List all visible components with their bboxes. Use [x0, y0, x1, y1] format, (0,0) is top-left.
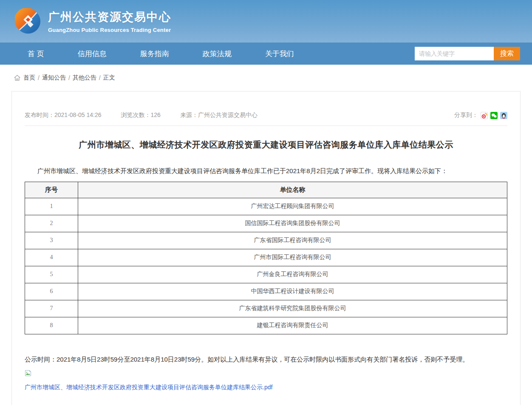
nav-item-home[interactable]: 首 页	[28, 49, 44, 59]
table-row: 7 广东省建筑科学研究院集团股份有限公司	[25, 300, 507, 317]
site-logo	[15, 8, 41, 34]
nav-item-credit-info[interactable]: 信用信息	[78, 49, 107, 59]
table-row: 8 建银工程咨询有限责任公司	[25, 317, 507, 334]
site-header: 广州公共资源交易中心 GuangZhou Public Resources Tr…	[0, 0, 532, 43]
article-meta: 发布时间：2021-08-05 14:26 浏览次数：126 来源：广州公共资源…	[25, 91, 507, 119]
breadcrumb: 首页 / 通知公告 / 其他公告 / 正文	[0, 65, 532, 91]
broken-image-icon	[25, 370, 507, 378]
table-row: 5 广州金良工程咨询有限公司	[25, 266, 507, 283]
breadcrumb-separator: /	[68, 74, 70, 81]
site-title: 广州公共资源交易中心	[48, 9, 171, 25]
row-no: 8	[25, 317, 78, 334]
row-no: 2	[25, 215, 78, 232]
attachment-pdf-link[interactable]: 广州市增城区、增城经济技术开发区政府投资重大建设项目评估咨询服务单位建库结果公示…	[25, 384, 272, 391]
row-no: 5	[25, 266, 78, 283]
site-subtitle: GuangZhou Public Resources Trading Cente…	[48, 27, 171, 33]
search-button[interactable]: 搜索	[494, 47, 520, 60]
search-input[interactable]	[415, 47, 494, 60]
row-name: 建银工程咨询有限责任公司	[78, 317, 507, 334]
share-bar: 分享到：	[454, 111, 507, 119]
logo-icon	[15, 8, 41, 34]
main-nav: 首 页 信用信息 服务指南 政策法规 关于我们 搜索	[0, 43, 532, 65]
article-card: 发布时间：2021-08-05 14:26 浏览次数：126 来源：广州公共资源…	[11, 91, 521, 405]
breadcrumb-notices[interactable]: 通知公告	[42, 74, 66, 82]
row-name: 广东省国际工程咨询有限公司	[78, 232, 507, 249]
row-name: 国信国际工程咨询集团股份有限公司	[78, 215, 507, 232]
table-row: 6 中国华西工程设计建设有限公司	[25, 283, 507, 300]
breadcrumb-other-notices[interactable]: 其他公告	[73, 74, 96, 82]
qq-icon[interactable]	[500, 112, 507, 119]
nav-item-policies[interactable]: 政策法规	[203, 49, 232, 59]
table-row: 2 国信国际工程咨询集团股份有限公司	[25, 215, 507, 232]
brand-block: 广州公共资源交易中心 GuangZhou Public Resources Tr…	[48, 9, 171, 33]
nav-items: 首 页 信用信息 服务指南 政策法规 关于我们	[28, 49, 328, 59]
column-header-name: 单位名称	[78, 182, 507, 198]
row-no: 4	[25, 249, 78, 266]
row-name: 中国华西工程设计建设有限公司	[78, 283, 507, 300]
nav-item-about-us[interactable]: 关于我们	[265, 49, 294, 59]
row-no: 7	[25, 300, 78, 317]
breadcrumb-separator: /	[38, 74, 40, 81]
article-title: 广州市增城区、增城经济技术开发区政府投资重大建设项目评估咨询服务单位库入库单位结…	[25, 139, 507, 151]
article-source: 来源：广州公共资源交易中心	[180, 111, 258, 119]
home-icon	[14, 75, 20, 81]
row-name: 广州宏达工程顾问集团有限公司	[78, 198, 507, 215]
row-name: 广州金良工程咨询有限公司	[78, 266, 507, 283]
search-box: 搜索	[415, 47, 520, 60]
weibo-icon[interactable]	[481, 112, 488, 119]
view-count: 浏览次数：126	[121, 111, 161, 119]
row-name: 广州市国际工程咨询有限公司	[78, 249, 507, 266]
table-row: 4 广州市国际工程咨询有限公司	[25, 249, 507, 266]
table-row: 3 广东省国际工程咨询有限公司	[25, 232, 507, 249]
meta-divider	[25, 125, 507, 126]
row-no: 6	[25, 283, 78, 300]
row-no: 3	[25, 232, 78, 249]
table-header-row: 序号 单位名称	[25, 182, 507, 198]
result-table: 序号 单位名称 1 广州宏达工程顾问集团有限公司 2 国信国际工程咨询集团股份有…	[25, 182, 507, 334]
breadcrumb-current: 正文	[103, 74, 115, 82]
breadcrumb-separator: /	[99, 74, 101, 81]
publish-time: 发布时间：2021-08-05 14:26	[25, 111, 102, 119]
row-no: 1	[25, 198, 78, 215]
wechat-icon[interactable]	[490, 112, 498, 119]
nav-item-service-guide[interactable]: 服务指南	[140, 49, 169, 59]
share-label: 分享到：	[454, 111, 478, 119]
breadcrumb-home[interactable]: 首页	[23, 74, 35, 82]
column-header-no: 序号	[25, 182, 78, 198]
row-name: 广东省建筑科学研究院集团股份有限公司	[78, 300, 507, 317]
table-row: 1 广州宏达工程顾问集团有限公司	[25, 198, 507, 215]
article-intro: 广州市增城区、增城经济技术开发区政府投资重大建设项目评估咨询服务单位库工作已于2…	[25, 166, 507, 176]
publicity-notice: 公示时间：2021年8月5日23时59分至2021年8月10日23时59分。如对…	[25, 355, 507, 365]
